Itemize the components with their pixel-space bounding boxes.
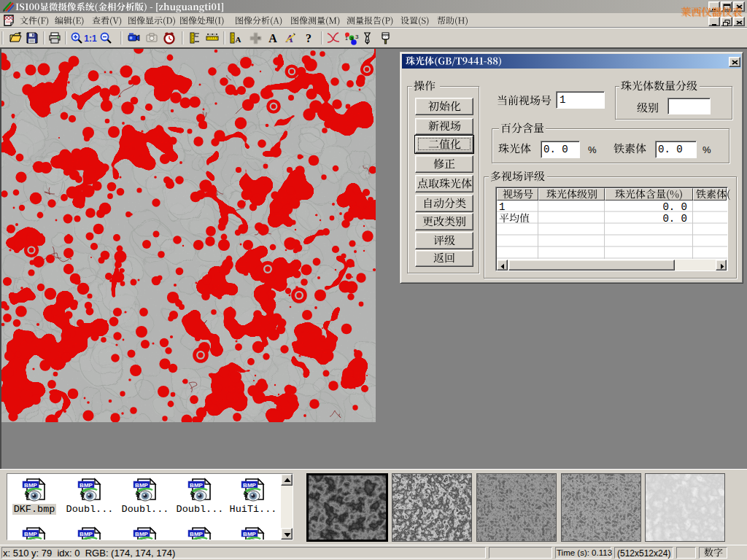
svg-text:A: A [268,32,277,44]
svg-text:?: ? [306,32,311,44]
svg-text:A: A [236,35,241,44]
svg-text:3: 3 [355,34,359,40]
svg-text:1:1: 1:1 [84,34,97,44]
svg-text:1: 1 [345,36,348,41]
svg-text:a: a [351,36,354,41]
